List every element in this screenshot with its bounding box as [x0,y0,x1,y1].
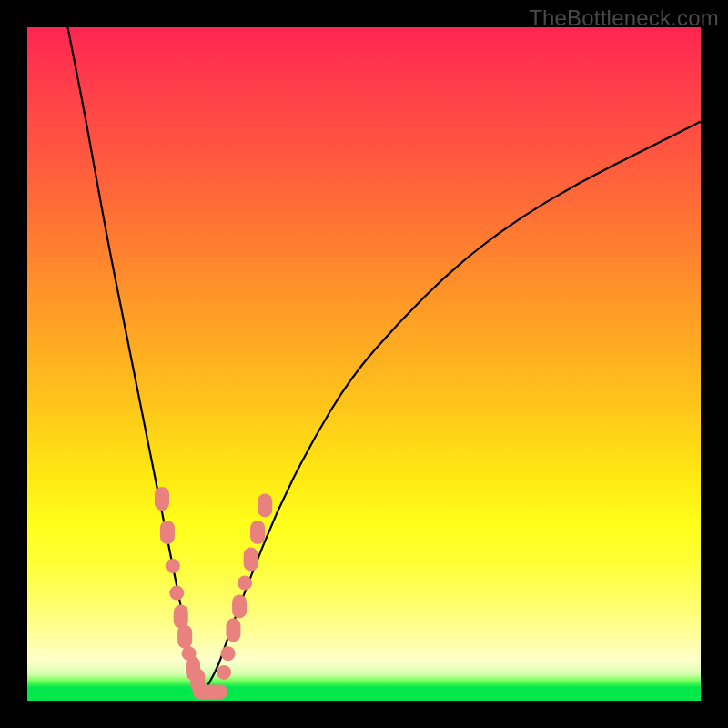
data-marker [221,646,236,661]
data-marker [166,559,180,573]
data-marker [174,605,188,629]
plot-area [27,27,701,701]
data-marker [226,618,240,642]
data-marker [217,665,231,680]
data-marker [258,493,272,517]
data-marker [244,548,258,571]
curve-layer [27,27,701,701]
data-marker [160,521,175,544]
data-marker [155,487,169,511]
curve-right-arm [202,122,701,694]
data-marker [250,521,265,544]
chart-frame: TheBottleneck.com [0,0,728,728]
data-marker [169,586,184,601]
data-marker [204,684,228,699]
marker-group [155,487,272,699]
data-marker [238,576,252,591]
data-marker [177,625,192,649]
data-marker [232,594,247,618]
